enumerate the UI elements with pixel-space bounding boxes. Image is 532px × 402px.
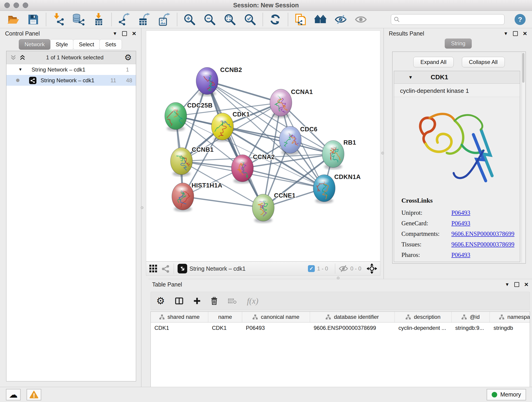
float-panel-icon[interactable]: ▼ (504, 31, 508, 36)
table-row[interactable]: CDK1CDK1P064939606.ENSP00000378699cyclin… (151, 322, 530, 333)
column-header-label: name (218, 314, 232, 320)
first-neighbors-button[interactable] (314, 13, 327, 26)
export-table-button[interactable] (138, 13, 151, 26)
column-header-database-identifier[interactable]: database identifier (310, 312, 395, 322)
column-header-shared-name[interactable]: shared name (151, 312, 208, 322)
cytoscape-window: Session: New Session (0, 0, 532, 402)
warnings-button[interactable] (27, 389, 41, 400)
column-header-namespace[interactable]: namespace (490, 312, 530, 322)
results-scrollbar-thumb[interactable] (522, 53, 525, 83)
import-network-button[interactable] (52, 13, 65, 26)
table-settings-gear-icon[interactable]: ⚙ (156, 296, 165, 306)
maximize-panel-icon[interactable] (514, 282, 519, 287)
collection-expand-triangle-icon[interactable]: ▼ (18, 67, 22, 72)
network-collection-row[interactable]: ▼ String Network – cdk1 1 (6, 64, 136, 75)
column-header-canonical-name[interactable]: canonical name (242, 312, 310, 322)
table-cell[interactable]: 9606.ENSP00000378699 (310, 322, 395, 333)
gear-icon[interactable]: ⚙ (124, 53, 132, 62)
function-builder-icon[interactable]: f(x) (247, 296, 259, 306)
houses-icon (314, 15, 327, 24)
birds-eye-view-button[interactable] (177, 264, 187, 274)
delete-column-trash-icon[interactable] (211, 297, 218, 305)
crosslink-link[interactable]: P06493 (451, 209, 470, 216)
search-input[interactable] (402, 16, 501, 23)
table-cell[interactable]: CDK1 (151, 322, 208, 333)
edge-HIST1H1A-CCNE1[interactable] (183, 196, 263, 208)
import-table-button[interactable] (92, 13, 105, 26)
close-panel-icon[interactable]: × (132, 30, 136, 37)
grid-mode-icon[interactable] (149, 265, 157, 273)
maximize-panel-icon[interactable] (513, 31, 518, 36)
string-tab-label: String (451, 40, 466, 47)
right-splitter-handle[interactable] (381, 152, 384, 154)
table-cell[interactable]: cyclin-dependent ... (395, 322, 452, 333)
duplicate-network-button[interactable] (294, 13, 307, 26)
collapse-all-chevrons-icon[interactable] (20, 55, 25, 60)
zoom-out-button[interactable] (203, 13, 216, 26)
cloud-status-button[interactable]: ☁ (6, 389, 21, 400)
selected-checkbox-icon[interactable]: ✓ (308, 265, 315, 272)
horizontal-splitter-handle[interactable] (337, 277, 340, 279)
crosslink-link[interactable]: 9606.ENSP00000378699 (451, 230, 514, 237)
table-cell[interactable]: CDK1 (208, 322, 242, 333)
network-canvas[interactable]: CCNB2CCNA1CDC25BCDK1CDC6RB1CCNB1CCNA2CDK… (146, 31, 380, 262)
export-network-button[interactable] (117, 13, 131, 26)
zoom-selected-button[interactable] (243, 13, 257, 26)
save-session-button[interactable] (27, 13, 40, 26)
tab-string[interactable]: String (445, 38, 472, 49)
delete-table-icon[interactable] (228, 298, 237, 304)
node-HIST1H1A[interactable]: HIST1H1A (172, 182, 222, 212)
show-all-button[interactable] (354, 13, 367, 26)
tab-sets[interactable]: Sets (99, 39, 122, 50)
crosslink-link[interactable]: P06493 (451, 220, 470, 227)
results-scrollbar[interactable] (522, 52, 525, 263)
network-row-selected[interactable]: String Network – cdk1 11 48 (6, 75, 136, 86)
node-CCNE1[interactable]: CCNE1 (252, 192, 296, 223)
column-header--id[interactable]: @id (452, 312, 490, 322)
close-panel-icon[interactable]: × (523, 30, 527, 37)
hidden-eye-slash-icon[interactable] (339, 265, 348, 272)
column-header-description[interactable]: description (395, 312, 452, 322)
table-cell[interactable]: stringdb (490, 322, 530, 333)
node-CCNB1[interactable]: CCNB1 (171, 146, 214, 177)
import-network-from-database-button[interactable] (72, 13, 85, 26)
open-session-button[interactable] (6, 13, 20, 26)
refresh-layout-button[interactable] (268, 13, 282, 26)
zoom-fit-button[interactable] (223, 13, 236, 26)
gene-section-header[interactable]: ▼ CDK1 (394, 71, 520, 84)
collapse-all-button[interactable]: Collapse All (462, 57, 505, 67)
expand-all-button[interactable]: Expand All (413, 57, 453, 67)
table-header-row: shared namenamecanonical namedatabase id… (151, 312, 530, 322)
add-column-plus-icon[interactable] (193, 297, 201, 305)
node-CDKN1A[interactable]: CDKN1A (313, 173, 361, 204)
float-panel-icon[interactable]: ▼ (113, 31, 117, 36)
node-CDC25B[interactable]: CDC25B (165, 102, 213, 131)
network-tree: 1 of 1 Network selected ⚙ ▼ String Netwo… (6, 51, 136, 381)
tab-style[interactable]: Style (50, 39, 74, 50)
crosslink-link[interactable]: P06493 (451, 251, 470, 259)
node-RB1[interactable]: RB1 (322, 139, 356, 169)
column-header-name[interactable]: name (208, 312, 242, 322)
float-panel-icon[interactable]: ▼ (505, 282, 510, 287)
pan-crosshair-icon[interactable] (367, 264, 377, 274)
maximize-panel-icon[interactable] (122, 31, 127, 36)
edge-CCNB2-CCNA1[interactable] (207, 81, 281, 103)
export-image-button[interactable] (158, 13, 171, 26)
hide-selected-button[interactable] (334, 13, 347, 26)
crosslink-link[interactable]: 9606.ENSP00000378699 (451, 241, 514, 248)
close-panel-icon[interactable]: × (524, 281, 528, 288)
search-box[interactable] (391, 14, 505, 25)
network-graph[interactable]: CCNB2CCNA1CDC25BCDK1CDC6RB1CCNB1CCNA2CDK… (146, 31, 380, 261)
table-cell[interactable]: stringdb:9... (452, 322, 490, 333)
zoom-in-button[interactable] (183, 13, 196, 26)
tab-select[interactable]: Select (73, 39, 100, 50)
help-button[interactable]: ? (515, 14, 526, 25)
table-cell[interactable]: P06493 (242, 322, 310, 333)
collapse-triangle-icon[interactable]: ▼ (408, 75, 413, 80)
annotation-share-icon[interactable] (161, 264, 170, 273)
expand-all-chevrons-icon[interactable] (11, 55, 16, 60)
show-columns-icon[interactable] (175, 297, 183, 305)
left-splitter-handle[interactable] (141, 206, 143, 209)
memory-button[interactable]: Memory (487, 389, 526, 400)
tab-network[interactable]: Network (19, 39, 51, 50)
